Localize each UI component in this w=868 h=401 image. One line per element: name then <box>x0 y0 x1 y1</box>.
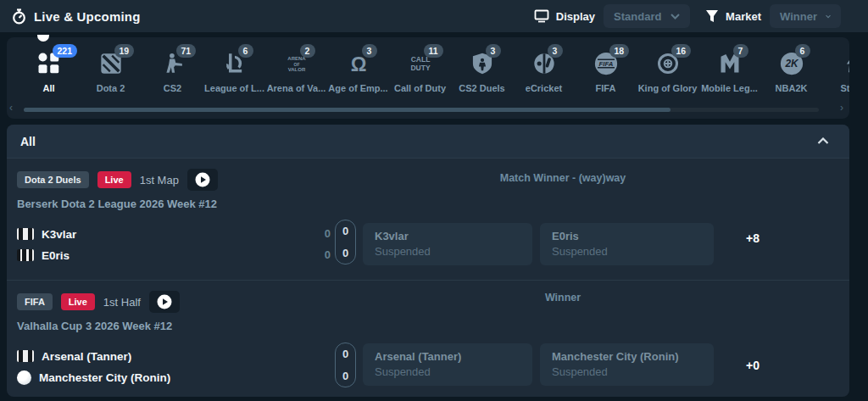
display-selected-value: Standard <box>614 10 661 23</box>
outcome-button-team1[interactable]: Arsenal (Tanner) Suspended <box>363 343 532 386</box>
svg-text:FIFA: FIFA <box>598 60 613 68</box>
team-crest-icon <box>17 370 31 385</box>
outcome-status: Suspended <box>552 365 702 378</box>
category-label: Dota 2 <box>80 83 142 93</box>
category-king-of-glory[interactable]: 16 King of Glory <box>637 37 698 93</box>
match-phase: 1st Map <box>140 174 179 187</box>
category-arena-of-valor[interactable]: 2 ARENAOFVALOR Arena of Va... <box>265 37 327 93</box>
outcome-label: Manchester City (Ronin) <box>552 350 702 363</box>
chevron-up-icon[interactable] <box>817 137 829 145</box>
count-badge: 18 <box>609 44 630 58</box>
category-league-of-legends[interactable]: 6 League of L... <box>203 37 265 93</box>
category-starcraft[interactable]: Star... <box>822 37 849 93</box>
match-card-dota2-duels: Dota 2 Duels Live 1st Map Match Winner -… <box>7 159 849 281</box>
svg-text:DUTY: DUTY <box>410 64 430 72</box>
filter-funnel-icon <box>705 9 719 23</box>
display-select[interactable]: Standard <box>604 4 690 28</box>
tournament-name: Valhalla Cup 3 2026 Week #12 <box>17 320 172 332</box>
team-flag-icon <box>17 249 34 261</box>
category-call-of-duty[interactable]: 11 CALLDUTY Call of Duty <box>389 37 451 93</box>
category-label: eCricket <box>513 83 575 93</box>
category-scrollbar-track[interactable] <box>24 108 819 112</box>
display-icon <box>534 9 549 23</box>
outcome-button-team2[interactable]: Manchester City (Ronin) Suspended <box>540 343 714 386</box>
count-badge: 11 <box>424 44 443 58</box>
outcome-label: Arsenal (Tanner) <box>375 350 520 363</box>
market-selected-value: Winner <box>780 10 817 23</box>
live-badge: Live <box>61 293 95 310</box>
outcome-label: K3vlar <box>375 230 520 242</box>
count-badge: 16 <box>671 44 692 58</box>
score-value: 0 <box>342 247 348 259</box>
category-label: Arena of Va... <box>265 83 327 93</box>
count-badge: 71 <box>176 44 197 58</box>
count-badge: 7 <box>733 44 748 58</box>
watch-stream-button[interactable] <box>187 169 218 191</box>
category-label: Call of Duty <box>389 83 451 93</box>
category-label: NBA2K <box>760 83 822 93</box>
display-label: Display <box>556 10 595 23</box>
category-nba2k[interactable]: 6 2K NBA2K <box>760 37 822 93</box>
game-category-bar: 221 All 19 Dota 2 71 CS2 6 League <box>7 37 849 119</box>
category-ecricket[interactable]: 3 eCricket <box>513 37 575 93</box>
map-score: 0 <box>305 225 331 243</box>
market-title: Winner <box>545 292 581 304</box>
match-phase: 1st Half <box>103 296 141 309</box>
page-title: Live & Upcoming <box>34 9 141 24</box>
category-all[interactable]: 221 All <box>18 37 80 93</box>
category-age-of-empires[interactable]: 3 Ω Age of Emp... <box>327 37 389 93</box>
stopwatch-icon <box>12 8 26 25</box>
category-label: Mobile Leg... <box>698 83 760 93</box>
section-header[interactable]: All <box>7 125 849 159</box>
svg-text:OF: OF <box>293 62 299 67</box>
game-category-row: 221 All 19 Dota 2 71 CS2 6 League <box>7 37 849 93</box>
category-label: FIFA <box>575 83 637 93</box>
count-badge: 6 <box>795 44 810 58</box>
map-score: 0 <box>305 246 331 265</box>
team-row: K3vlar <box>17 225 76 243</box>
count-badge: 2 <box>300 44 315 58</box>
top-header: Live & Upcoming Display Standard Market … <box>0 0 868 32</box>
category-mobile-legends[interactable]: 7 Mobile Leg... <box>698 37 760 93</box>
team-row: Manchester City (Ronin) <box>17 368 170 387</box>
category-dota2[interactable]: 19 Dota 2 <box>80 37 142 93</box>
category-label: Star... <box>822 83 849 93</box>
svg-text:2K: 2K <box>784 58 799 70</box>
tournament-name: Berserk Dota 2 League 2026 Week #12 <box>17 198 217 210</box>
live-badge: Live <box>97 171 131 188</box>
more-markets-count[interactable]: +8 <box>723 231 782 245</box>
score-pill: 0 0 <box>335 343 356 387</box>
category-cs2-duels[interactable]: 3 CS2 Duels <box>451 37 513 93</box>
scroll-left-icon[interactable]: ‹ <box>9 102 13 114</box>
game-badge: FIFA <box>17 293 53 310</box>
count-badge: 6 <box>238 44 253 58</box>
market-title: Match Winner - (way)way <box>500 172 626 184</box>
category-label: League of L... <box>203 83 265 93</box>
outcome-label: E0ris <box>552 230 702 242</box>
score-value: 0 <box>342 370 348 382</box>
team-row: E0ris <box>17 246 70 265</box>
count-badge: 3 <box>548 44 563 58</box>
match-meta: Dota 2 Duels Live 1st Map <box>17 169 218 191</box>
more-markets-count[interactable]: +0 <box>723 359 782 372</box>
team-name: K3vlar <box>42 228 76 241</box>
team-name: E0ris <box>42 249 70 262</box>
watch-stream-button[interactable] <box>149 291 180 313</box>
scroll-right-icon[interactable]: › <box>840 102 843 114</box>
count-badge: 3 <box>362 44 377 58</box>
score-value: 0 <box>342 348 348 360</box>
market-label: Market <box>726 10 761 23</box>
market-select[interactable]: Winner <box>770 4 841 28</box>
outcome-button-team1[interactable]: K3vlar Suspended <box>363 223 532 265</box>
outcome-button-team2[interactable]: E0ris Suspended <box>540 223 714 265</box>
category-scrollbar-thumb[interactable] <box>24 108 670 112</box>
team-name: Manchester City (Ronin) <box>39 371 170 384</box>
category-label: CS2 <box>142 83 203 93</box>
starcraft-icon <box>839 49 850 78</box>
match-meta: FIFA Live 1st Half <box>17 291 180 313</box>
team-flag-icon <box>17 228 34 240</box>
count-badge: 221 <box>53 44 78 58</box>
category-fifa[interactable]: 18 FIFA FIFA <box>575 37 637 93</box>
category-label: Age of Emp... <box>327 83 389 93</box>
category-cs2[interactable]: 71 CS2 <box>142 37 203 93</box>
